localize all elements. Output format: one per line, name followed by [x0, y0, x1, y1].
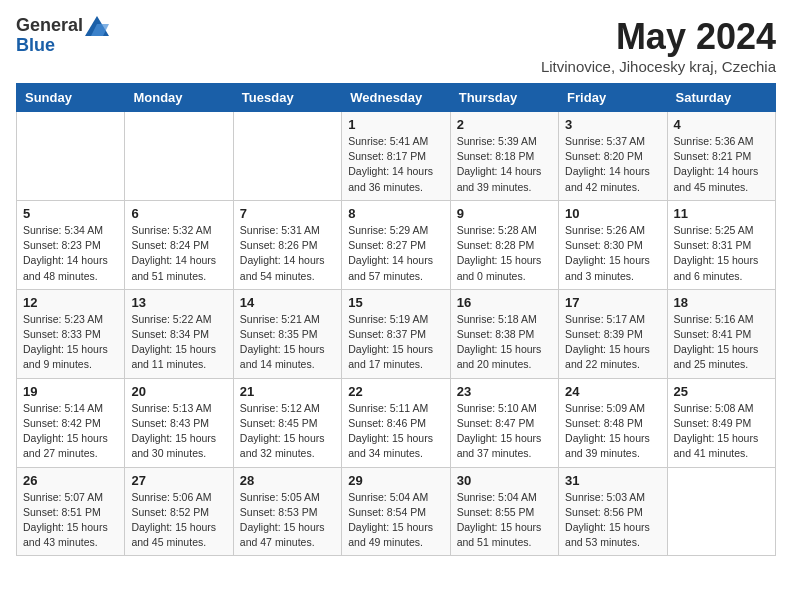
day-info: Sunrise: 5:32 AM Sunset: 8:24 PM Dayligh… — [131, 223, 226, 284]
day-number: 22 — [348, 384, 443, 399]
day-cell-6: 6Sunrise: 5:32 AM Sunset: 8:24 PM Daylig… — [125, 200, 233, 289]
header-cell-sunday: Sunday — [17, 84, 125, 112]
week-row-2: 5Sunrise: 5:34 AM Sunset: 8:23 PM Daylig… — [17, 200, 776, 289]
week-row-5: 26Sunrise: 5:07 AM Sunset: 8:51 PM Dayli… — [17, 467, 776, 556]
empty-cell — [233, 112, 341, 201]
day-number: 10 — [565, 206, 660, 221]
day-info: Sunrise: 5:13 AM Sunset: 8:43 PM Dayligh… — [131, 401, 226, 462]
day-cell-26: 26Sunrise: 5:07 AM Sunset: 8:51 PM Dayli… — [17, 467, 125, 556]
calendar-table: SundayMondayTuesdayWednesdayThursdayFrid… — [16, 83, 776, 556]
day-info: Sunrise: 5:19 AM Sunset: 8:37 PM Dayligh… — [348, 312, 443, 373]
day-info: Sunrise: 5:07 AM Sunset: 8:51 PM Dayligh… — [23, 490, 118, 551]
day-number: 8 — [348, 206, 443, 221]
empty-cell — [17, 112, 125, 201]
day-number: 26 — [23, 473, 118, 488]
day-cell-12: 12Sunrise: 5:23 AM Sunset: 8:33 PM Dayli… — [17, 289, 125, 378]
day-number: 29 — [348, 473, 443, 488]
day-number: 24 — [565, 384, 660, 399]
day-cell-18: 18Sunrise: 5:16 AM Sunset: 8:41 PM Dayli… — [667, 289, 775, 378]
header-cell-saturday: Saturday — [667, 84, 775, 112]
day-cell-5: 5Sunrise: 5:34 AM Sunset: 8:23 PM Daylig… — [17, 200, 125, 289]
day-number: 11 — [674, 206, 769, 221]
header-cell-friday: Friday — [559, 84, 667, 112]
day-number: 18 — [674, 295, 769, 310]
day-info: Sunrise: 5:06 AM Sunset: 8:52 PM Dayligh… — [131, 490, 226, 551]
day-number: 5 — [23, 206, 118, 221]
day-cell-15: 15Sunrise: 5:19 AM Sunset: 8:37 PM Dayli… — [342, 289, 450, 378]
day-number: 31 — [565, 473, 660, 488]
week-row-3: 12Sunrise: 5:23 AM Sunset: 8:33 PM Dayli… — [17, 289, 776, 378]
day-cell-3: 3Sunrise: 5:37 AM Sunset: 8:20 PM Daylig… — [559, 112, 667, 201]
day-cell-13: 13Sunrise: 5:22 AM Sunset: 8:34 PM Dayli… — [125, 289, 233, 378]
day-info: Sunrise: 5:25 AM Sunset: 8:31 PM Dayligh… — [674, 223, 769, 284]
header-cell-wednesday: Wednesday — [342, 84, 450, 112]
day-cell-9: 9Sunrise: 5:28 AM Sunset: 8:28 PM Daylig… — [450, 200, 558, 289]
day-number: 1 — [348, 117, 443, 132]
day-cell-23: 23Sunrise: 5:10 AM Sunset: 8:47 PM Dayli… — [450, 378, 558, 467]
day-cell-31: 31Sunrise: 5:03 AM Sunset: 8:56 PM Dayli… — [559, 467, 667, 556]
day-number: 12 — [23, 295, 118, 310]
day-cell-11: 11Sunrise: 5:25 AM Sunset: 8:31 PM Dayli… — [667, 200, 775, 289]
day-cell-10: 10Sunrise: 5:26 AM Sunset: 8:30 PM Dayli… — [559, 200, 667, 289]
day-cell-30: 30Sunrise: 5:04 AM Sunset: 8:55 PM Dayli… — [450, 467, 558, 556]
day-number: 16 — [457, 295, 552, 310]
day-number: 23 — [457, 384, 552, 399]
day-number: 30 — [457, 473, 552, 488]
header-row: SundayMondayTuesdayWednesdayThursdayFrid… — [17, 84, 776, 112]
day-number: 20 — [131, 384, 226, 399]
day-number: 2 — [457, 117, 552, 132]
day-number: 3 — [565, 117, 660, 132]
day-cell-24: 24Sunrise: 5:09 AM Sunset: 8:48 PM Dayli… — [559, 378, 667, 467]
day-cell-22: 22Sunrise: 5:11 AM Sunset: 8:46 PM Dayli… — [342, 378, 450, 467]
day-number: 9 — [457, 206, 552, 221]
day-cell-17: 17Sunrise: 5:17 AM Sunset: 8:39 PM Dayli… — [559, 289, 667, 378]
logo-general-text: General — [16, 16, 83, 36]
day-cell-7: 7Sunrise: 5:31 AM Sunset: 8:26 PM Daylig… — [233, 200, 341, 289]
day-number: 21 — [240, 384, 335, 399]
day-info: Sunrise: 5:08 AM Sunset: 8:49 PM Dayligh… — [674, 401, 769, 462]
day-info: Sunrise: 5:23 AM Sunset: 8:33 PM Dayligh… — [23, 312, 118, 373]
day-number: 28 — [240, 473, 335, 488]
day-number: 13 — [131, 295, 226, 310]
day-info: Sunrise: 5:10 AM Sunset: 8:47 PM Dayligh… — [457, 401, 552, 462]
day-info: Sunrise: 5:03 AM Sunset: 8:56 PM Dayligh… — [565, 490, 660, 551]
day-cell-27: 27Sunrise: 5:06 AM Sunset: 8:52 PM Dayli… — [125, 467, 233, 556]
day-cell-14: 14Sunrise: 5:21 AM Sunset: 8:35 PM Dayli… — [233, 289, 341, 378]
day-number: 27 — [131, 473, 226, 488]
day-number: 25 — [674, 384, 769, 399]
empty-cell — [125, 112, 233, 201]
header-cell-tuesday: Tuesday — [233, 84, 341, 112]
logo: General Blue — [16, 16, 109, 56]
day-info: Sunrise: 5:04 AM Sunset: 8:54 PM Dayligh… — [348, 490, 443, 551]
day-info: Sunrise: 5:22 AM Sunset: 8:34 PM Dayligh… — [131, 312, 226, 373]
title-block: May 2024 Litvinovice, Jihocesky kraj, Cz… — [541, 16, 776, 75]
day-info: Sunrise: 5:29 AM Sunset: 8:27 PM Dayligh… — [348, 223, 443, 284]
day-number: 19 — [23, 384, 118, 399]
day-info: Sunrise: 5:37 AM Sunset: 8:20 PM Dayligh… — [565, 134, 660, 195]
day-info: Sunrise: 5:39 AM Sunset: 8:18 PM Dayligh… — [457, 134, 552, 195]
day-cell-1: 1Sunrise: 5:41 AM Sunset: 8:17 PM Daylig… — [342, 112, 450, 201]
day-number: 4 — [674, 117, 769, 132]
day-info: Sunrise: 5:21 AM Sunset: 8:35 PM Dayligh… — [240, 312, 335, 373]
day-info: Sunrise: 5:31 AM Sunset: 8:26 PM Dayligh… — [240, 223, 335, 284]
day-cell-28: 28Sunrise: 5:05 AM Sunset: 8:53 PM Dayli… — [233, 467, 341, 556]
day-number: 6 — [131, 206, 226, 221]
week-row-1: 1Sunrise: 5:41 AM Sunset: 8:17 PM Daylig… — [17, 112, 776, 201]
day-cell-19: 19Sunrise: 5:14 AM Sunset: 8:42 PM Dayli… — [17, 378, 125, 467]
day-cell-4: 4Sunrise: 5:36 AM Sunset: 8:21 PM Daylig… — [667, 112, 775, 201]
day-info: Sunrise: 5:34 AM Sunset: 8:23 PM Dayligh… — [23, 223, 118, 284]
day-cell-16: 16Sunrise: 5:18 AM Sunset: 8:38 PM Dayli… — [450, 289, 558, 378]
day-cell-29: 29Sunrise: 5:04 AM Sunset: 8:54 PM Dayli… — [342, 467, 450, 556]
day-info: Sunrise: 5:41 AM Sunset: 8:17 PM Dayligh… — [348, 134, 443, 195]
logo-blue-text: Blue — [16, 36, 109, 56]
day-info: Sunrise: 5:04 AM Sunset: 8:55 PM Dayligh… — [457, 490, 552, 551]
day-number: 17 — [565, 295, 660, 310]
day-cell-20: 20Sunrise: 5:13 AM Sunset: 8:43 PM Dayli… — [125, 378, 233, 467]
calendar-subtitle: Litvinovice, Jihocesky kraj, Czechia — [541, 58, 776, 75]
logo-icon — [85, 16, 109, 36]
day-info: Sunrise: 5:18 AM Sunset: 8:38 PM Dayligh… — [457, 312, 552, 373]
day-info: Sunrise: 5:26 AM Sunset: 8:30 PM Dayligh… — [565, 223, 660, 284]
empty-cell — [667, 467, 775, 556]
header-cell-monday: Monday — [125, 84, 233, 112]
day-info: Sunrise: 5:28 AM Sunset: 8:28 PM Dayligh… — [457, 223, 552, 284]
